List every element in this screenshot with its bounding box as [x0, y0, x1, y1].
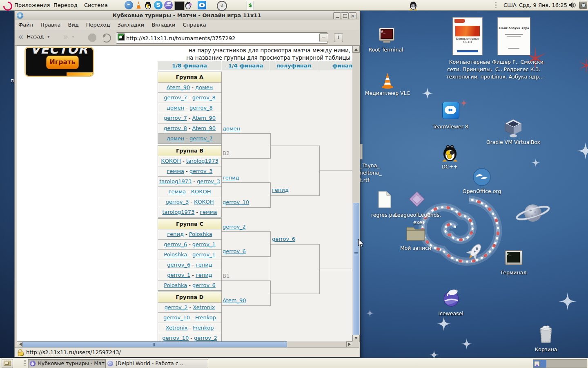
player-link[interactable]: Frenkop — [193, 325, 214, 331]
player-link[interactable]: gerrov_7 — [164, 94, 187, 101]
dollar-script-launcher-icon[interactable]: $ — [247, 1, 254, 10]
player-link[interactable]: Poloshka — [189, 231, 212, 237]
dcpp-launcher-icon[interactable] — [144, 1, 152, 9]
player-link[interactable]: gerrov_3 — [165, 199, 189, 205]
task-button-delphi-world[interactable]: [Delphi World - Работа с ... — [105, 359, 208, 368]
terminal-launcher-icon[interactable] — [174, 1, 185, 11]
player-link[interactable]: домен — [167, 105, 184, 111]
player-link[interactable]: gerrov_7 — [189, 135, 213, 141]
player-link[interactable]: gerrov_2 — [165, 304, 188, 310]
openoffice-icon[interactable] — [472, 168, 491, 186]
scroll-up-button[interactable] — [352, 45, 360, 53]
player-link[interactable]: гемма — [200, 209, 217, 215]
vlc-launcher-icon[interactable] — [134, 1, 143, 9]
player-link[interactable]: Xetronix — [193, 304, 215, 310]
forward-button[interactable]: » ▾ — [63, 31, 74, 44]
player-link[interactable]: Xetronix — [166, 325, 188, 331]
amule-launcher-icon[interactable]: a — [217, 1, 227, 11]
close-button[interactable]: × — [349, 12, 356, 19]
player-link[interactable]: gerrov_1 — [167, 272, 190, 278]
menu-tabs[interactable]: Вкладки — [148, 20, 179, 30]
back-button[interactable]: « Назад ▾ — [18, 31, 49, 44]
minimize-button[interactable] — [333, 12, 341, 19]
player-link[interactable]: Atem_90 — [192, 115, 216, 121]
tux-camera-tray-icon[interactable] — [408, 0, 418, 12]
player-link[interactable]: гемма — [167, 168, 184, 174]
regres-file-icon[interactable] — [378, 191, 392, 209]
player-link[interactable]: гепид — [167, 231, 184, 237]
teamviewer-launcher-icon[interactable] — [198, 1, 206, 9]
player-link[interactable]: домен — [167, 135, 184, 141]
root-terminal-icon[interactable]: #_ — [378, 27, 394, 43]
dcpp-icon[interactable] — [441, 143, 459, 162]
player-link[interactable]: gerrov_8 — [189, 105, 213, 111]
terminal-icon[interactable]: >_ — [505, 250, 522, 267]
menu-edit[interactable]: Правка — [37, 20, 64, 30]
player-link[interactable]: КОКОН — [194, 199, 214, 205]
title-bar[interactable]: Кубковые турниры - Матчи - Онлайн игра 1… — [15, 11, 359, 20]
play-button[interactable]: Играть — [46, 56, 79, 69]
group-c-header[interactable]: Группа C — [158, 219, 221, 229]
workspace-3[interactable] — [560, 359, 574, 368]
player-link[interactable]: gerrov_1 — [192, 251, 216, 258]
sf-slot-link[interactable]: gerrov_6 — [272, 236, 295, 242]
debian-menu-icon[interactable] — [2, 0, 14, 12]
player-link[interactable]: gerrov_2 — [194, 335, 217, 341]
lol-exe-icon[interactable] — [408, 191, 425, 208]
player-link[interactable]: гепид — [196, 272, 212, 278]
stop-button[interactable] — [88, 34, 96, 42]
workspace-2[interactable] — [546, 359, 560, 368]
keyboard-layout-indicator[interactable]: США — [503, 0, 517, 10]
player-link[interactable]: гепид — [196, 262, 212, 268]
zoom-in-button[interactable]: + — [334, 33, 343, 42]
player-link[interactable]: Poloshka — [164, 282, 187, 288]
player-link[interactable]: КОКОН — [191, 188, 211, 195]
player-link[interactable]: tarolog1973 — [159, 178, 192, 184]
iceweasel-icon[interactable] — [442, 288, 460, 307]
iceweasel-launcher-icon[interactable] — [164, 1, 173, 9]
show-desktop-button[interactable] — [2, 359, 13, 368]
system-menu[interactable]: Система — [83, 0, 109, 10]
player-link[interactable]: gerrov_7 — [164, 115, 187, 121]
virtualbox-icon[interactable] — [503, 118, 523, 138]
player-link[interactable]: gerrov_3 — [197, 178, 220, 184]
book-networks-icon[interactable]: Компьютерные СЕТИ — [452, 17, 483, 55]
horizontal-scrollbar[interactable] — [17, 341, 352, 347]
player-link[interactable]: гемма — [169, 188, 186, 195]
group-d-header[interactable]: Группа D — [158, 292, 221, 302]
menu-help[interactable]: Справка — [179, 20, 210, 30]
tasklist-grip[interactable] — [24, 360, 26, 366]
menu-go[interactable]: Переход — [82, 20, 114, 30]
places-menu[interactable]: Переход — [53, 0, 78, 10]
player-link[interactable]: gerrov_10 — [162, 335, 189, 341]
player-link[interactable]: gerrov_10 — [163, 314, 190, 321]
player-link[interactable]: gerrov_8 — [192, 94, 216, 101]
maximize-button[interactable] — [341, 12, 349, 19]
player-link[interactable]: Atem_90 — [167, 84, 190, 90]
menu-bookmarks[interactable]: Закладки — [114, 20, 148, 30]
tray-grip[interactable] — [495, 2, 497, 8]
vertical-scroll-thumb[interactable] — [353, 203, 359, 336]
applications-menu[interactable]: Приложения — [13, 0, 51, 10]
qf-slot-link[interactable]: гепид — [223, 175, 239, 181]
player-link[interactable]: gerrov_3 — [189, 168, 213, 174]
qf-slot-link[interactable]: gerrov_2 — [223, 224, 246, 230]
vlc-icon[interactable] — [379, 72, 396, 89]
trash-icon[interactable] — [538, 325, 554, 344]
player-link[interactable]: Poloshka — [164, 251, 187, 258]
zoom-out-button[interactable]: − — [319, 33, 328, 42]
sf-slot-link[interactable]: гепид — [272, 187, 289, 193]
qf-slot-link[interactable]: Atem_90 — [223, 297, 246, 304]
teamviewer-icon[interactable] — [442, 102, 459, 119]
address-bar-input[interactable] — [116, 32, 328, 44]
screenshot-tray-icon[interactable] — [579, 2, 587, 9]
player-link[interactable]: gerrov_8 — [164, 125, 187, 131]
qf-slot-link[interactable]: gerrov_10 — [223, 199, 249, 206]
player-link[interactable]: Frenkop — [195, 314, 216, 321]
player-link[interactable]: gerrov_6 — [192, 282, 216, 288]
menu-file[interactable]: Файл — [15, 20, 37, 30]
openoffice-launcher-icon[interactable] — [125, 1, 133, 9]
player-link[interactable]: tarolog1973 — [186, 158, 218, 164]
task-button-tournaments[interactable]: Кубковые турниры - Мат... — [28, 359, 117, 368]
book-linux-icon[interactable]: Linux Азбука ядра — [497, 17, 530, 55]
